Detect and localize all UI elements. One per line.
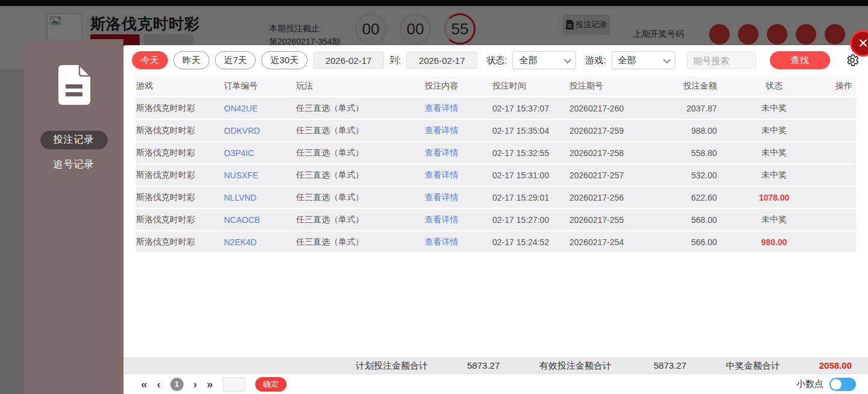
view-details-link[interactable]: 查看详情 bbox=[401, 237, 482, 248]
cell-status: 未中奖 bbox=[717, 148, 831, 158]
records-table: 游戏订单编号玩法投注内容投注时间投注期号投注金额状态操作 斯洛伐克时时彩ON42… bbox=[124, 74, 868, 357]
cell-play-type: 任三直选（单式） bbox=[296, 214, 401, 225]
date-to-input[interactable] bbox=[406, 52, 477, 69]
cell-game: 斯洛伐克时时彩 bbox=[136, 192, 224, 203]
cell-bet-time: 02-17 15:31:00 bbox=[482, 170, 569, 180]
cell-bet-time: 02-17 15:37:07 bbox=[482, 104, 569, 113]
column-header: 操作 bbox=[831, 81, 857, 92]
cell-game: 斯洛伐克时时彩 bbox=[136, 125, 224, 136]
order-number-link[interactable]: ON42UE bbox=[224, 104, 296, 113]
quick-filter-1[interactable]: 昨天 bbox=[173, 51, 209, 69]
cell-game: 斯洛伐克时时彩 bbox=[136, 170, 224, 181]
table-header-row: 游戏订单编号玩法投注内容投注时间投注期号投注金额状态操作 bbox=[136, 77, 856, 96]
cell-period: 20260217-257 bbox=[569, 170, 672, 180]
modal-sidebar: 投注记录追号记录 bbox=[24, 39, 123, 394]
cell-period: 20260217-258 bbox=[569, 148, 672, 158]
win-total-value: 2058.00 bbox=[819, 360, 852, 371]
win-total-label: 中奖金额合计 bbox=[726, 360, 780, 372]
plan-total-value: 5873.27 bbox=[467, 360, 500, 371]
cell-play-type: 任三直选（单式） bbox=[296, 148, 401, 158]
cell-status: 未中奖 bbox=[717, 170, 831, 181]
quick-filter-0[interactable]: 今天 bbox=[132, 51, 168, 69]
cell-game: 斯洛伐克时时彩 bbox=[136, 237, 224, 248]
order-number-link[interactable]: NCAOCB bbox=[224, 215, 296, 225]
cell-status: 未中奖 bbox=[717, 214, 831, 225]
cell-period: 20260217-255 bbox=[569, 215, 672, 225]
cell-period: 20260217-260 bbox=[569, 104, 672, 113]
decimal-toggle[interactable] bbox=[829, 378, 856, 391]
cell-amount: 568.00 bbox=[672, 215, 717, 225]
page-number-input[interactable] bbox=[223, 377, 246, 392]
view-details-link[interactable]: 查看详情 bbox=[401, 148, 482, 158]
valid-total-value: 5873.27 bbox=[654, 360, 686, 371]
cell-play-type: 任三直选（单式） bbox=[296, 125, 401, 136]
next-page-button[interactable]: › bbox=[193, 378, 197, 390]
current-page-badge[interactable]: 1 bbox=[170, 378, 184, 391]
order-number-link[interactable]: N2EK4D bbox=[224, 237, 296, 247]
cell-bet-time: 02-17 15:27:00 bbox=[482, 215, 569, 225]
find-button[interactable]: 查找 bbox=[770, 51, 830, 69]
table-row: 斯洛伐克时时彩O3P4IC任三直选（单式）查看详情02-17 15:32:552… bbox=[136, 142, 856, 163]
view-details-link[interactable]: 查看详情 bbox=[401, 125, 482, 136]
valid-total-label: 有效投注金额合计 bbox=[539, 360, 612, 372]
bet-records-panel: 今天昨天近7天近30天 到: 状态: 全部 游戏: 全部 查找 游戏订单编号玩法… bbox=[123, 45, 868, 394]
view-details-link[interactable]: 查看详情 bbox=[401, 192, 482, 203]
sidebar-item-1[interactable]: 追号记录 bbox=[40, 155, 108, 174]
quick-filter-2[interactable]: 近7天 bbox=[215, 51, 256, 69]
cell-amount: 566.00 bbox=[672, 237, 717, 247]
cell-play-type: 任三直选（单式） bbox=[296, 170, 401, 181]
cell-status: 1078.00 bbox=[717, 193, 831, 202]
table-row: 斯洛伐克时时彩ON42UE任三直选（单式）查看详情02-17 15:37:072… bbox=[136, 98, 856, 119]
last-page-button[interactable]: » bbox=[206, 378, 213, 390]
cell-amount: 988.00 bbox=[672, 126, 717, 136]
status-select[interactable]: 全部 bbox=[512, 51, 576, 69]
cell-play-type: 任三直选（单式） bbox=[296, 103, 401, 114]
date-to-label: 到: bbox=[389, 55, 401, 66]
cell-amount: 2037.87 bbox=[672, 104, 717, 113]
cell-bet-time: 02-17 15:29:01 bbox=[482, 193, 569, 202]
order-number-link[interactable]: ODKVRD bbox=[224, 126, 296, 136]
view-details-link[interactable]: 查看详情 bbox=[401, 103, 482, 114]
quick-filter-3[interactable]: 近30天 bbox=[261, 51, 308, 69]
period-search-input[interactable] bbox=[687, 52, 756, 69]
summary-bar: 计划投注金额合计 5873.27 有效投注金额合计 5873.27 中奖金额合计… bbox=[124, 357, 868, 374]
table-row: 斯洛伐克时时彩NCAOCB任三直选（单式）查看详情02-17 15:27:002… bbox=[136, 209, 856, 230]
column-header: 投注期号 bbox=[569, 81, 672, 92]
cell-game: 斯洛伐克时时彩 bbox=[136, 214, 224, 225]
column-header: 状态 bbox=[717, 81, 831, 92]
view-details-link[interactable]: 查看详情 bbox=[401, 170, 482, 181]
column-header: 玩法 bbox=[296, 81, 401, 92]
view-details-link[interactable]: 查看详情 bbox=[401, 214, 482, 225]
cell-bet-time: 02-17 15:35:04 bbox=[482, 126, 569, 136]
order-number-link[interactable]: NUSXFE bbox=[224, 170, 296, 180]
decimal-toggle-label: 小数点 bbox=[796, 378, 823, 390]
order-number-link[interactable]: NLLVND bbox=[224, 193, 296, 202]
page-confirm-button[interactable]: 确定 bbox=[255, 377, 287, 392]
cell-amount: 558.80 bbox=[672, 148, 717, 158]
column-header: 投注时间 bbox=[482, 81, 569, 92]
chevron-down-icon bbox=[663, 55, 671, 63]
column-header: 订单编号 bbox=[224, 81, 296, 92]
table-row: 斯洛伐克时时彩NUSXFE任三直选（单式）查看详情02-17 15:31:002… bbox=[136, 164, 856, 186]
cell-bet-time: 02-17 15:24:52 bbox=[482, 237, 569, 247]
cell-play-type: 任三直选（单式） bbox=[296, 237, 401, 248]
cell-game: 斯洛伐克时时彩 bbox=[136, 103, 224, 114]
prev-page-button[interactable]: ‹ bbox=[157, 378, 161, 390]
sidebar-item-0[interactable]: 投注记录 bbox=[40, 131, 108, 149]
cell-play-type: 任三直选（单式） bbox=[296, 192, 401, 203]
first-page-button[interactable]: « bbox=[141, 378, 147, 390]
date-from-input[interactable] bbox=[313, 52, 384, 69]
filter-bar: 今天昨天近7天近30天 到: 状态: 全部 游戏: 全部 查找 bbox=[124, 45, 868, 74]
game-label: 游戏: bbox=[585, 55, 606, 66]
cell-amount: 532.00 bbox=[672, 170, 717, 180]
table-body: 斯洛伐克时时彩ON42UE任三直选（单式）查看详情02-17 15:37:072… bbox=[136, 98, 856, 252]
cell-period: 20260217-256 bbox=[569, 193, 672, 202]
cell-amount: 622.60 bbox=[672, 193, 717, 202]
sidebar-menu: 投注记录追号记录 bbox=[24, 131, 123, 174]
toggle-knob bbox=[831, 379, 842, 390]
column-header: 投注金额 bbox=[672, 81, 717, 92]
order-number-link[interactable]: O3P4IC bbox=[224, 148, 296, 158]
game-select[interactable]: 全部 bbox=[612, 51, 675, 69]
cell-status: 未中奖 bbox=[717, 125, 831, 136]
cell-period: 20260217-259 bbox=[569, 126, 672, 136]
